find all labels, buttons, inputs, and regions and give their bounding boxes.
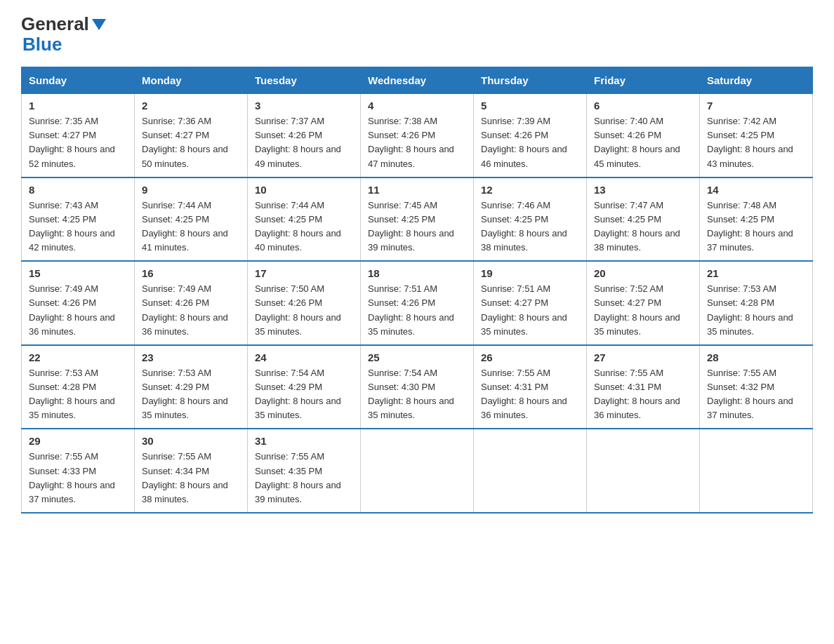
col-header-thursday: Thursday — [474, 67, 587, 94]
day-cell: 13 Sunrise: 7:47 AMSunset: 4:25 PMDaylig… — [587, 177, 700, 262]
col-header-saturday: Saturday — [700, 67, 813, 94]
day-info: Sunrise: 7:55 AMSunset: 4:33 PMDaylight:… — [29, 451, 115, 504]
day-info: Sunrise: 7:50 AMSunset: 4:26 PMDaylight:… — [255, 283, 341, 336]
day-cell: 19 Sunrise: 7:51 AMSunset: 4:27 PMDaylig… — [474, 261, 587, 345]
day-number: 10 — [255, 184, 353, 196]
day-number: 8 — [29, 184, 127, 196]
day-cell: 17 Sunrise: 7:50 AMSunset: 4:26 PMDaylig… — [248, 261, 361, 345]
day-info: Sunrise: 7:54 AMSunset: 4:30 PMDaylight:… — [368, 368, 454, 420]
day-cell: 12 Sunrise: 7:46 AMSunset: 4:25 PMDaylig… — [474, 177, 587, 262]
day-number: 1 — [29, 100, 127, 112]
day-number: 19 — [481, 267, 579, 279]
day-number: 13 — [594, 184, 692, 196]
col-header-wednesday: Wednesday — [361, 67, 474, 94]
week-row-3: 15 Sunrise: 7:49 AMSunset: 4:26 PMDaylig… — [22, 261, 813, 345]
day-info: Sunrise: 7:36 AMSunset: 4:27 PMDaylight:… — [142, 116, 228, 168]
day-number: 3 — [255, 100, 353, 112]
day-cell: 26 Sunrise: 7:55 AMSunset: 4:31 PMDaylig… — [474, 345, 587, 429]
day-info: Sunrise: 7:40 AMSunset: 4:26 PMDaylight:… — [594, 116, 680, 168]
day-info: Sunrise: 7:55 AMSunset: 4:32 PMDaylight:… — [707, 368, 793, 420]
day-cell: 8 Sunrise: 7:43 AMSunset: 4:25 PMDayligh… — [22, 177, 135, 262]
day-number: 16 — [142, 267, 240, 279]
day-number: 7 — [707, 100, 805, 112]
day-cell: 5 Sunrise: 7:39 AMSunset: 4:26 PMDayligh… — [474, 94, 587, 177]
day-cell: 16 Sunrise: 7:49 AMSunset: 4:26 PMDaylig… — [135, 261, 248, 345]
day-cell: 10 Sunrise: 7:44 AMSunset: 4:25 PMDaylig… — [248, 177, 361, 262]
day-info: Sunrise: 7:43 AMSunset: 4:25 PMDaylight:… — [29, 200, 115, 253]
day-number: 15 — [29, 267, 127, 279]
day-cell: 15 Sunrise: 7:49 AMSunset: 4:26 PMDaylig… — [22, 261, 135, 345]
day-cell: 9 Sunrise: 7:44 AMSunset: 4:25 PMDayligh… — [135, 177, 248, 262]
day-number: 2 — [142, 100, 240, 112]
day-number: 4 — [368, 100, 466, 112]
col-header-monday: Monday — [135, 67, 248, 94]
day-cell: 3 Sunrise: 7:37 AMSunset: 4:26 PMDayligh… — [248, 94, 361, 177]
day-info: Sunrise: 7:53 AMSunset: 4:28 PMDaylight:… — [707, 283, 793, 336]
day-info: Sunrise: 7:55 AMSunset: 4:35 PMDaylight:… — [255, 451, 341, 504]
week-row-5: 29 Sunrise: 7:55 AMSunset: 4:33 PMDaylig… — [22, 429, 813, 513]
logo-general-text: General — [21, 14, 106, 34]
day-number: 14 — [707, 184, 805, 196]
logo-blue-text: Blue — [22, 34, 62, 55]
day-cell: 31 Sunrise: 7:55 AMSunset: 4:35 PMDaylig… — [248, 429, 361, 513]
day-cell: 18 Sunrise: 7:51 AMSunset: 4:26 PMDaylig… — [361, 261, 474, 345]
day-cell: 11 Sunrise: 7:45 AMSunset: 4:25 PMDaylig… — [361, 177, 474, 262]
day-number: 6 — [594, 100, 692, 112]
day-cell: 29 Sunrise: 7:55 AMSunset: 4:33 PMDaylig… — [22, 429, 135, 513]
day-info: Sunrise: 7:35 AMSunset: 4:27 PMDaylight:… — [29, 116, 115, 168]
day-cell — [700, 429, 813, 513]
day-cell: 7 Sunrise: 7:42 AMSunset: 4:25 PMDayligh… — [700, 94, 813, 177]
day-info: Sunrise: 7:44 AMSunset: 4:25 PMDaylight:… — [142, 200, 228, 253]
day-cell — [587, 429, 700, 513]
day-cell: 1 Sunrise: 7:35 AMSunset: 4:27 PMDayligh… — [22, 94, 135, 177]
day-number: 5 — [481, 100, 579, 112]
day-cell: 30 Sunrise: 7:55 AMSunset: 4:34 PMDaylig… — [135, 429, 248, 513]
day-cell: 23 Sunrise: 7:53 AMSunset: 4:29 PMDaylig… — [135, 345, 248, 429]
day-info: Sunrise: 7:46 AMSunset: 4:25 PMDaylight:… — [481, 200, 567, 253]
day-info: Sunrise: 7:55 AMSunset: 4:34 PMDaylight:… — [142, 451, 228, 504]
day-cell: 2 Sunrise: 7:36 AMSunset: 4:27 PMDayligh… — [135, 94, 248, 177]
day-info: Sunrise: 7:52 AMSunset: 4:27 PMDaylight:… — [594, 283, 680, 336]
day-number: 23 — [142, 351, 240, 363]
day-cell: 4 Sunrise: 7:38 AMSunset: 4:26 PMDayligh… — [361, 94, 474, 177]
day-number: 22 — [29, 351, 127, 363]
day-cell — [474, 429, 587, 513]
day-number: 25 — [368, 351, 466, 363]
day-info: Sunrise: 7:53 AMSunset: 4:28 PMDaylight:… — [29, 368, 115, 420]
day-info: Sunrise: 7:54 AMSunset: 4:29 PMDaylight:… — [255, 368, 341, 420]
day-cell: 21 Sunrise: 7:53 AMSunset: 4:28 PMDaylig… — [700, 261, 813, 345]
col-header-sunday: Sunday — [22, 67, 135, 94]
day-info: Sunrise: 7:39 AMSunset: 4:26 PMDaylight:… — [481, 116, 567, 168]
day-info: Sunrise: 7:55 AMSunset: 4:31 PMDaylight:… — [481, 368, 567, 420]
day-number: 27 — [594, 351, 692, 363]
day-info: Sunrise: 7:38 AMSunset: 4:26 PMDaylight:… — [368, 116, 454, 168]
day-number: 18 — [368, 267, 466, 279]
day-number: 26 — [481, 351, 579, 363]
day-info: Sunrise: 7:53 AMSunset: 4:29 PMDaylight:… — [142, 368, 228, 420]
day-cell: 20 Sunrise: 7:52 AMSunset: 4:27 PMDaylig… — [587, 261, 700, 345]
day-info: Sunrise: 7:51 AMSunset: 4:26 PMDaylight:… — [368, 283, 454, 336]
day-number: 21 — [707, 267, 805, 279]
logo-triangle-icon — [92, 19, 106, 30]
week-row-2: 8 Sunrise: 7:43 AMSunset: 4:25 PMDayligh… — [22, 177, 813, 262]
col-header-friday: Friday — [587, 67, 700, 94]
day-cell — [361, 429, 474, 513]
day-number: 29 — [29, 435, 127, 447]
day-number: 12 — [481, 184, 579, 196]
day-cell: 14 Sunrise: 7:48 AMSunset: 4:25 PMDaylig… — [700, 177, 813, 262]
day-info: Sunrise: 7:55 AMSunset: 4:31 PMDaylight:… — [594, 368, 680, 420]
day-number: 11 — [368, 184, 466, 196]
day-number: 17 — [255, 267, 353, 279]
day-number: 31 — [255, 435, 353, 447]
day-cell: 28 Sunrise: 7:55 AMSunset: 4:32 PMDaylig… — [700, 345, 813, 429]
day-info: Sunrise: 7:42 AMSunset: 4:25 PMDaylight:… — [707, 116, 793, 168]
logo: General Blue — [21, 14, 106, 54]
day-info: Sunrise: 7:47 AMSunset: 4:25 PMDaylight:… — [594, 200, 680, 253]
day-info: Sunrise: 7:48 AMSunset: 4:25 PMDaylight:… — [707, 200, 793, 253]
calendar-header-row: SundayMondayTuesdayWednesdayThursdayFrid… — [22, 67, 813, 94]
day-cell: 24 Sunrise: 7:54 AMSunset: 4:29 PMDaylig… — [248, 345, 361, 429]
page-header: General Blue — [21, 14, 813, 54]
week-row-4: 22 Sunrise: 7:53 AMSunset: 4:28 PMDaylig… — [22, 345, 813, 429]
day-number: 24 — [255, 351, 353, 363]
day-cell: 25 Sunrise: 7:54 AMSunset: 4:30 PMDaylig… — [361, 345, 474, 429]
